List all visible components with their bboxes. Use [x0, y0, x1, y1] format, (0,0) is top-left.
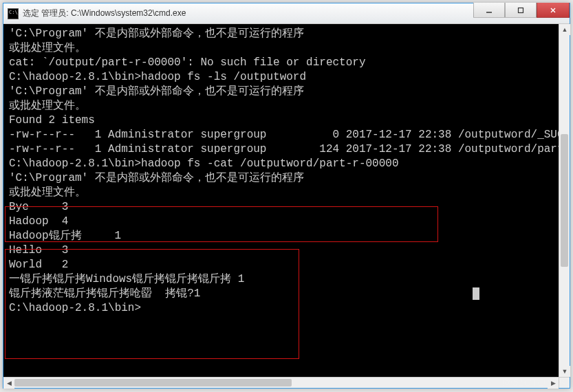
horizontal-scrollbar[interactable]: ◀ ▶	[3, 377, 559, 388]
horizontal-scroll-thumb[interactable]	[14, 379, 292, 386]
terminal-line: 锟斤拷液茫锟斤拷锟斤拷呛罶 拷锟?1	[9, 287, 554, 301]
window-title: 选定 管理员: C:\Windows\system32\cmd.exe	[23, 8, 473, 19]
terminal-line: World 2	[9, 258, 554, 272]
cmd-window: 选定 管理员: C:\Windows\system32\cmd.exe 'C:\…	[3, 3, 570, 389]
scroll-down-button[interactable]: ▼	[559, 366, 570, 377]
scroll-left-button[interactable]: ◀	[3, 378, 14, 389]
terminal-line: Bye 3	[9, 200, 554, 215]
svg-rect-1	[519, 8, 523, 12]
minimize-button[interactable]	[473, 3, 505, 18]
terminal-line: 或批处理文件。	[9, 186, 554, 200]
terminal-line: Hadoop 4	[9, 215, 554, 229]
terminal-line: Hadoop锟斤拷 1	[9, 229, 554, 243]
terminal-line: C:\hadoop-2.8.1\bin>hadoop fs -ls /outpu…	[9, 70, 554, 85]
cmd-icon	[8, 8, 19, 19]
terminal-line: -rw-r--r-- 1 Administrator supergroup 12…	[9, 142, 554, 157]
vertical-scrollbar[interactable]: ▲ ▼	[559, 24, 570, 377]
terminal-line: Hello 3	[9, 243, 554, 258]
vertical-scroll-track[interactable]	[559, 35, 570, 366]
terminal-line: 或批处理文件。	[9, 41, 554, 56]
terminal-line: cat: `/output/part-r-00000': No such fil…	[9, 56, 554, 70]
terminal-line: C:\hadoop-2.8.1\bin>hadoop fs -cat /outp…	[9, 157, 554, 171]
window-buttons	[473, 3, 570, 23]
maximize-button[interactable]	[505, 3, 537, 18]
horizontal-scroll-track[interactable]	[14, 378, 548, 388]
scroll-up-button[interactable]: ▲	[559, 24, 570, 35]
terminal-line: 'C:\Program' 不是内部或外部命令，也不是可运行的程序	[9, 27, 554, 41]
terminal-line: 'C:\Program' 不是内部或外部命令，也不是可运行的程序	[9, 85, 554, 99]
close-button[interactable]	[537, 3, 570, 18]
terminal-output[interactable]: 'C:\Program' 不是内部或外部命令，也不是可运行的程序或批处理文件。c…	[3, 24, 559, 377]
text-cursor	[473, 287, 479, 300]
scroll-right-button[interactable]: ▶	[548, 378, 559, 389]
terminal-line: 或批处理文件。	[9, 99, 554, 113]
titlebar[interactable]: 选定 管理员: C:\Windows\system32\cmd.exe	[3, 3, 570, 24]
terminal-line: Found 2 items	[9, 113, 554, 128]
vertical-scroll-thumb[interactable]	[561, 134, 568, 266]
scrollbar-corner	[559, 377, 570, 388]
terminal-line: 'C:\Program' 不是内部或外部命令，也不是可运行的程序	[9, 171, 554, 186]
terminal-line: C:\hadoop-2.8.1\bin>	[9, 301, 554, 316]
terminal-line: 一锟斤拷锟斤拷Windows锟斤拷锟斤拷锟斤拷 1	[9, 272, 554, 287]
terminal-line: -rw-r--r-- 1 Administrator supergroup 0 …	[9, 128, 554, 142]
